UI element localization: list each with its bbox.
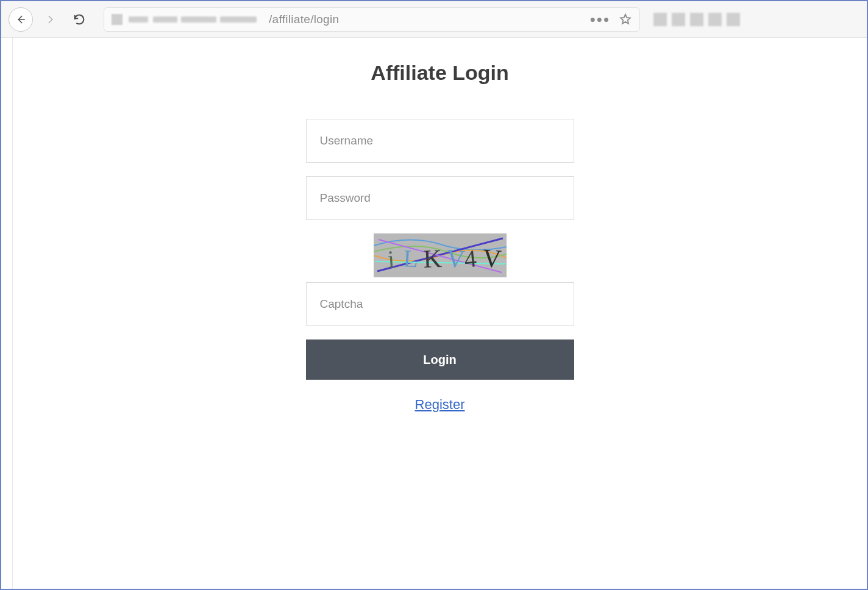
svg-text:V: V: [482, 244, 502, 273]
svg-text:i: i: [386, 245, 395, 273]
register-link[interactable]: Register: [415, 397, 465, 413]
svg-text:4: 4: [463, 244, 478, 273]
back-button[interactable]: [9, 7, 33, 32]
password-input[interactable]: [306, 176, 574, 220]
login-card: Affiliate Login i L K V 4 V Login Regist…: [306, 61, 574, 589]
captcha-input[interactable]: [306, 282, 574, 326]
page: Affiliate Login i L K V 4 V Login Regist…: [12, 38, 867, 589]
refresh-button[interactable]: [67, 7, 91, 32]
toolbar-extensions: [653, 13, 740, 26]
url-redacted-host: [129, 14, 263, 25]
username-input[interactable]: [306, 119, 574, 163]
arrow-left-icon: [15, 14, 26, 25]
page-title: Affiliate Login: [306, 61, 574, 85]
refresh-icon: [73, 13, 86, 26]
forward-button[interactable]: [38, 7, 62, 32]
site-favicon: [112, 14, 123, 25]
captcha-graphic-icon: i L K V 4 V: [374, 233, 507, 277]
svg-text:L: L: [402, 244, 419, 272]
browser-chrome: /affiliate/login •••: [1, 1, 867, 38]
bookmark-star-icon[interactable]: [619, 13, 632, 26]
captcha-image: i L K V 4 V: [374, 233, 507, 277]
svg-text:K: K: [422, 244, 442, 273]
login-button[interactable]: Login: [306, 339, 574, 380]
url-path: /affiliate/login: [269, 13, 339, 26]
arrow-right-icon: [44, 14, 55, 25]
url-bar[interactable]: /affiliate/login •••: [104, 7, 640, 32]
